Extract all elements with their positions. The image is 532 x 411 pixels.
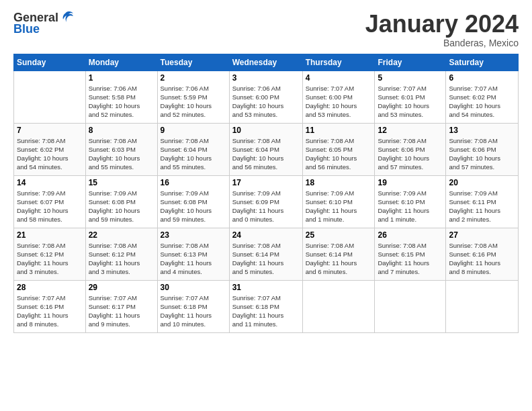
day-info: Sunrise: 7:07 AM Sunset: 6:16 PM Dayligh… (17, 293, 83, 329)
day-info: Sunrise: 7:08 AM Sunset: 6:16 PM Dayligh… (449, 241, 515, 277)
calendar-page: General Blue January 2024 Banderas, Mexi… (0, 0, 532, 340)
table-row: 11Sunrise: 7:08 AM Sunset: 6:05 PM Dayli… (302, 123, 375, 175)
page-header: General Blue January 2024 Banderas, Mexi… (13, 11, 519, 48)
table-row: 25Sunrise: 7:08 AM Sunset: 6:14 PM Dayli… (302, 228, 375, 280)
day-info: Sunrise: 7:08 AM Sunset: 6:14 PM Dayligh… (306, 241, 372, 277)
calendar-table: Sunday Monday Tuesday Wednesday Thursday… (13, 54, 519, 333)
day-info: Sunrise: 7:08 AM Sunset: 6:02 PM Dayligh… (17, 136, 83, 172)
day-number: 10 (232, 126, 300, 135)
day-number: 19 (378, 178, 443, 187)
col-friday: Friday (375, 54, 446, 71)
day-info: Sunrise: 7:07 AM Sunset: 6:01 PM Dayligh… (378, 84, 443, 120)
table-row: 19Sunrise: 7:09 AM Sunset: 6:10 PM Dayli… (375, 175, 446, 228)
day-info: Sunrise: 7:08 AM Sunset: 6:06 PM Dayligh… (378, 136, 443, 172)
day-info: Sunrise: 7:08 AM Sunset: 6:14 PM Dayligh… (232, 241, 300, 277)
day-info: Sunrise: 7:08 AM Sunset: 6:03 PM Dayligh… (89, 136, 154, 172)
logo-blue: Blue (13, 22, 40, 36)
day-info: Sunrise: 7:06 AM Sunset: 6:00 PM Dayligh… (232, 84, 300, 120)
day-number: 23 (161, 230, 226, 240)
day-info: Sunrise: 7:08 AM Sunset: 6:13 PM Dayligh… (161, 241, 226, 277)
table-row: 5Sunrise: 7:07 AM Sunset: 6:01 PM Daylig… (375, 71, 446, 123)
day-info: Sunrise: 7:08 AM Sunset: 6:06 PM Dayligh… (449, 136, 515, 172)
col-wednesday: Wednesday (229, 54, 302, 71)
col-saturday: Saturday (446, 54, 519, 71)
day-number: 5 (378, 73, 443, 83)
day-info: Sunrise: 7:06 AM Sunset: 5:59 PM Dayligh… (161, 84, 226, 120)
day-number: 12 (378, 126, 443, 135)
table-row: 1Sunrise: 7:06 AM Sunset: 5:58 PM Daylig… (85, 71, 157, 123)
table-row: 24Sunrise: 7:08 AM Sunset: 6:14 PM Dayli… (229, 228, 302, 280)
day-number: 9 (161, 126, 226, 135)
table-row: 26Sunrise: 7:08 AM Sunset: 6:15 PM Dayli… (375, 228, 446, 280)
logo-bird-icon (60, 9, 75, 24)
day-number: 15 (89, 178, 154, 187)
table-row: 10Sunrise: 7:08 AM Sunset: 6:04 PM Dayli… (229, 123, 302, 175)
location: Banderas, Mexico (365, 38, 519, 48)
table-row: 23Sunrise: 7:08 AM Sunset: 6:13 PM Dayli… (157, 228, 229, 280)
day-info: Sunrise: 7:07 AM Sunset: 6:02 PM Dayligh… (449, 84, 515, 120)
table-row: 12Sunrise: 7:08 AM Sunset: 6:06 PM Dayli… (375, 123, 446, 175)
table-row: 30Sunrise: 7:07 AM Sunset: 6:18 PM Dayli… (157, 280, 229, 332)
day-number: 14 (17, 178, 83, 187)
day-number: 24 (232, 230, 300, 240)
month-title: January 2024 (365, 11, 519, 38)
day-info: Sunrise: 7:09 AM Sunset: 6:07 PM Dayligh… (17, 189, 83, 224)
day-info: Sunrise: 7:07 AM Sunset: 6:00 PM Dayligh… (306, 84, 372, 120)
calendar-week-row: 28Sunrise: 7:07 AM Sunset: 6:16 PM Dayli… (14, 280, 519, 332)
table-row: 28Sunrise: 7:07 AM Sunset: 6:16 PM Dayli… (14, 280, 86, 332)
day-number: 8 (89, 126, 154, 135)
table-row: 17Sunrise: 7:09 AM Sunset: 6:09 PM Dayli… (229, 175, 302, 228)
table-row: 2Sunrise: 7:06 AM Sunset: 5:59 PM Daylig… (157, 71, 229, 123)
table-row: 13Sunrise: 7:08 AM Sunset: 6:06 PM Dayli… (446, 123, 519, 175)
calendar-week-row: 21Sunrise: 7:08 AM Sunset: 6:12 PM Dayli… (14, 228, 519, 280)
day-info: Sunrise: 7:09 AM Sunset: 6:11 PM Dayligh… (449, 189, 515, 224)
calendar-week-row: 1Sunrise: 7:06 AM Sunset: 5:58 PM Daylig… (14, 71, 519, 123)
day-number: 31 (232, 283, 300, 292)
day-number: 3 (232, 73, 300, 83)
day-number: 28 (17, 283, 83, 292)
day-info: Sunrise: 7:08 AM Sunset: 6:12 PM Dayligh… (17, 241, 83, 277)
day-info: Sunrise: 7:09 AM Sunset: 6:08 PM Dayligh… (89, 189, 154, 224)
title-block: January 2024 Banderas, Mexico (365, 11, 519, 48)
day-number: 13 (449, 126, 515, 135)
day-info: Sunrise: 7:06 AM Sunset: 5:58 PM Dayligh… (89, 84, 154, 120)
table-row: 9Sunrise: 7:08 AM Sunset: 6:04 PM Daylig… (157, 123, 229, 175)
day-number: 21 (17, 230, 83, 240)
day-number: 7 (17, 126, 83, 135)
day-info: Sunrise: 7:09 AM Sunset: 6:08 PM Dayligh… (161, 189, 226, 224)
table-row: 7Sunrise: 7:08 AM Sunset: 6:02 PM Daylig… (14, 123, 86, 175)
calendar-week-row: 7Sunrise: 7:08 AM Sunset: 6:02 PM Daylig… (14, 123, 519, 175)
day-number: 1 (89, 73, 154, 83)
day-number: 27 (449, 230, 515, 240)
table-row: 3Sunrise: 7:06 AM Sunset: 6:00 PM Daylig… (229, 71, 302, 123)
day-number: 18 (306, 178, 372, 187)
day-number: 4 (306, 73, 372, 83)
logo: General Blue (13, 11, 75, 36)
col-thursday: Thursday (302, 54, 375, 71)
table-row: 4Sunrise: 7:07 AM Sunset: 6:00 PM Daylig… (302, 71, 375, 123)
day-number: 11 (306, 126, 372, 135)
table-row: 31Sunrise: 7:07 AM Sunset: 6:18 PM Dayli… (229, 280, 302, 332)
col-monday: Monday (85, 54, 157, 71)
col-sunday: Sunday (14, 54, 86, 71)
day-info: Sunrise: 7:08 AM Sunset: 6:04 PM Dayligh… (232, 136, 300, 172)
table-row: 27Sunrise: 7:08 AM Sunset: 6:16 PM Dayli… (446, 228, 519, 280)
day-number: 30 (161, 283, 226, 292)
day-info: Sunrise: 7:07 AM Sunset: 6:18 PM Dayligh… (161, 293, 226, 329)
day-info: Sunrise: 7:09 AM Sunset: 6:09 PM Dayligh… (232, 189, 300, 224)
day-number: 6 (449, 73, 515, 83)
table-row: 22Sunrise: 7:08 AM Sunset: 6:12 PM Dayli… (85, 228, 157, 280)
table-row: 20Sunrise: 7:09 AM Sunset: 6:11 PM Dayli… (446, 175, 519, 228)
day-info: Sunrise: 7:07 AM Sunset: 6:18 PM Dayligh… (232, 293, 300, 329)
col-tuesday: Tuesday (157, 54, 229, 71)
calendar-week-row: 14Sunrise: 7:09 AM Sunset: 6:07 PM Dayli… (14, 175, 519, 228)
day-info: Sunrise: 7:08 AM Sunset: 6:04 PM Dayligh… (161, 136, 226, 172)
day-number: 26 (378, 230, 443, 240)
table-row: 29Sunrise: 7:07 AM Sunset: 6:17 PM Dayli… (85, 280, 157, 332)
day-number: 25 (306, 230, 372, 240)
table-row: 8Sunrise: 7:08 AM Sunset: 6:03 PM Daylig… (85, 123, 157, 175)
day-number: 22 (89, 230, 154, 240)
table-row: 14Sunrise: 7:09 AM Sunset: 6:07 PM Dayli… (14, 175, 86, 228)
table-row: 15Sunrise: 7:09 AM Sunset: 6:08 PM Dayli… (85, 175, 157, 228)
table-row: 18Sunrise: 7:09 AM Sunset: 6:10 PM Dayli… (302, 175, 375, 228)
